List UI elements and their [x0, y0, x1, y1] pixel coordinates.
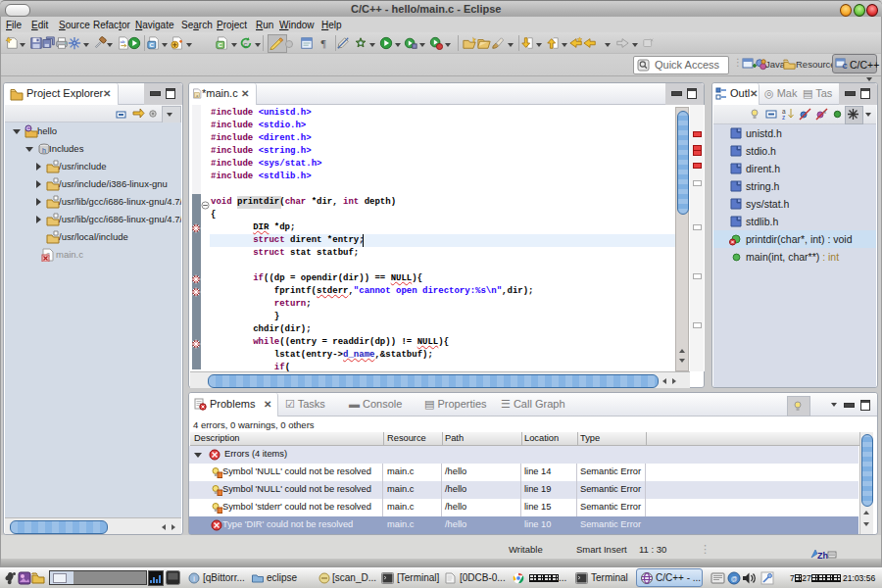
svg-text:¶: ¶	[320, 37, 326, 49]
svg-text:C: C	[26, 125, 31, 131]
svg-text:C: C	[842, 63, 847, 70]
svg-text:Zh: Zh	[817, 551, 828, 561]
svg-text:s: s	[823, 109, 826, 115]
svg-text:ab: ab	[121, 39, 125, 44]
svg-text:@: @	[731, 575, 738, 582]
svg-text:h: h	[42, 147, 46, 154]
svg-text:C: C	[243, 42, 247, 48]
svg-text:C: C	[150, 41, 155, 48]
svg-text:z: z	[782, 114, 785, 121]
svg-text:.c: .c	[195, 93, 198, 98]
svg-text:C: C	[219, 41, 223, 48]
